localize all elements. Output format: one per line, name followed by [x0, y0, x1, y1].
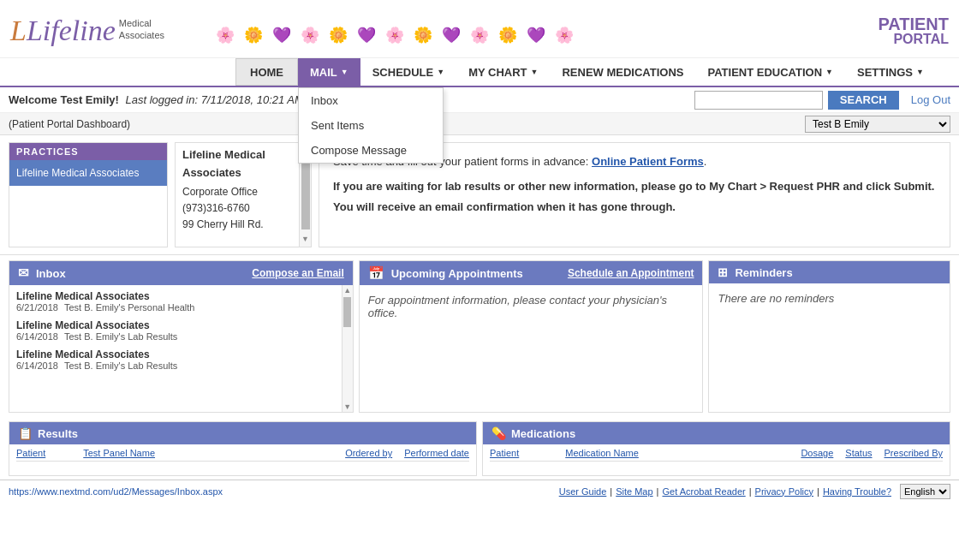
address-street: 99 Cherry Hill Rd. — [182, 217, 304, 233]
compose-email-link[interactable]: Compose an Email — [252, 267, 343, 279]
practices-item[interactable]: Lifeline Medical Associates — [9, 160, 167, 186]
search-input[interactable] — [694, 91, 823, 110]
footer-sep-2: | — [657, 486, 659, 497]
footer-language: English — [900, 484, 950, 499]
welcome-bar: Welcome Test Emily! Last logged in: 7/11… — [0, 87, 959, 113]
medications-panel-body: Patient Medication Name Dosage Status Pr… — [483, 444, 950, 465]
medications-icon: 💊 — [491, 426, 506, 440]
info-line2: If you are waiting for lab results or ot… — [333, 176, 936, 217]
med-col-patient[interactable]: Patient — [490, 448, 519, 458]
reminders-panel: ⊞ Reminders There are no reminders — [708, 260, 950, 413]
nav-patient-education[interactable]: PATIENT EDUCATION ▼ — [695, 58, 845, 86]
search-area: SEARCH — [694, 91, 899, 110]
org-name: Lifeline Medical Associates — [182, 146, 304, 182]
inbox-item-2[interactable]: Lifeline Medical Associates 6/14/2018 Te… — [16, 319, 346, 342]
footer-links: User Guide | Site Map | Get Acrobat Read… — [559, 484, 950, 499]
mail-dropdown: Inbox Sent Items Compose Message — [298, 87, 444, 164]
dashboard-label: (Patient Portal Dashboard) — [9, 118, 130, 130]
bottom-panels-row: 📋 Results Patient Test Panel Name Ordere… — [0, 418, 959, 480]
inbox-panel-header: ✉ Inbox Compose an Email — [9, 261, 353, 285]
med-col-name[interactable]: Medication Name — [565, 448, 639, 458]
panels-row: ✉ Inbox Compose an Email Lifeline Medica… — [0, 255, 959, 418]
footer-acrobat[interactable]: Get Acrobat Reader — [662, 486, 745, 497]
education-arrow-icon: ▼ — [825, 68, 833, 76]
inbox-item-1-detail: 6/21/2018 Test B. Emily's Personal Healt… — [16, 302, 346, 313]
med-col-prescribed[interactable]: Prescribed By — [885, 448, 943, 458]
inbox-panel-body: Lifeline Medical Associates 6/21/2018 Te… — [9, 285, 353, 412]
nav-settings[interactable]: SETTINGS ▼ — [845, 58, 936, 86]
footer-sep-1: | — [610, 486, 612, 497]
settings-arrow-icon: ▼ — [916, 68, 924, 76]
dashboard-bar: (Patient Portal Dashboard) Test B Emily — [0, 113, 959, 135]
nav-my-chart[interactable]: MY CHART ▼ — [456, 58, 550, 86]
nav-home[interactable]: HOME — [235, 58, 298, 86]
footer-site-map[interactable]: Site Map — [616, 486, 652, 497]
address-office: Corporate Office — [182, 184, 304, 200]
footer-user-guide[interactable]: User Guide — [559, 486, 607, 497]
appointments-panel: 📅 Upcoming Appointments Schedule an Appo… — [359, 260, 704, 413]
footer-privacy[interactable]: Privacy Policy — [755, 486, 813, 497]
logo-lifeline: LLifeline — [10, 16, 116, 45]
inbox-item-1-org: Lifeline Medical Associates — [16, 290, 346, 302]
calendar-icon: 📅 — [368, 265, 384, 281]
online-forms-link[interactable]: Online Patient Forms — [592, 155, 704, 168]
appointments-panel-body: For appointment information, please cont… — [360, 285, 703, 412]
practices-info: Lifeline Medical Associates Corporate Of… — [175, 142, 312, 247]
inbox-item-3[interactable]: Lifeline Medical Associates 6/14/2018 Te… — [16, 349, 346, 371]
reminders-icon: ⊞ — [718, 265, 728, 279]
scroll-down-arrow[interactable]: ▼ — [300, 231, 311, 247]
footer-sep-3: | — [749, 486, 752, 497]
results-col-patient[interactable]: Patient — [16, 448, 45, 458]
mail-arrow-icon: ▼ — [341, 68, 348, 76]
results-col-performed[interactable]: Performed date — [404, 448, 469, 458]
footer: https://www.nextmd.com/ud2/Messages/Inbo… — [0, 480, 959, 502]
scroll-thumb — [301, 160, 310, 229]
results-col-ordered[interactable]: Ordered by — [345, 448, 392, 458]
address-phone: (973)316-6760 — [182, 200, 304, 217]
schedule-appointment-link[interactable]: Schedule an Appointment — [568, 267, 694, 279]
med-col-status[interactable]: Status — [845, 448, 872, 458]
inbox-item-2-detail: 6/14/2018 Test B. Emily's Lab Results — [16, 331, 346, 342]
inbox-item-3-detail: 6/14/2018 Test B. Emily's Lab Results — [16, 360, 346, 371]
language-select[interactable]: English — [900, 484, 950, 499]
reminders-panel-header: ⊞ Reminders — [709, 261, 950, 283]
practices-panel: PRACTICES Lifeline Medical Associates — [9, 142, 168, 247]
med-col-dosage[interactable]: Dosage — [801, 448, 833, 458]
footer-trouble[interactable]: Having Trouble? — [823, 486, 891, 497]
patient-label: PATIENT — [878, 15, 949, 33]
results-panel-header: 📋 Results — [9, 422, 476, 444]
inbox-scroll-up[interactable]: ▲ — [342, 285, 352, 295]
inbox-scroll-down[interactable]: ▼ — [342, 402, 352, 412]
footer-url: https://www.nextmd.com/ud2/Messages/Inbo… — [9, 486, 223, 497]
search-button[interactable]: SEARCH — [828, 91, 899, 110]
inbox-item-3-org: Lifeline Medical Associates — [16, 349, 346, 360]
schedule-arrow-icon: ▼ — [437, 68, 444, 76]
results-panel: 📋 Results Patient Test Panel Name Ordere… — [9, 421, 477, 476]
inbox-item-1[interactable]: Lifeline Medical Associates 6/21/2018 Te… — [16, 290, 346, 313]
mail-sent-item[interactable]: Sent Items — [299, 113, 443, 138]
welcome-text: Welcome Test Emily! Last logged in: 7/11… — [9, 93, 304, 106]
results-icon: 📋 — [18, 426, 33, 440]
results-col-panel[interactable]: Test Panel Name — [83, 448, 155, 458]
medications-panel-header: 💊 Medications — [483, 422, 950, 444]
nav-bar: HOME MAIL ▼ Inbox Sent Items Compose Mes… — [0, 58, 959, 87]
nav-schedule[interactable]: SCHEDULE ▼ — [360, 58, 456, 86]
logo-subtitle: Medical Associates — [119, 17, 164, 45]
appointments-panel-header: 📅 Upcoming Appointments Schedule an Appo… — [360, 261, 703, 285]
medications-panel: 💊 Medications Patient Medication Name Do… — [482, 421, 950, 476]
inbox-item-2-org: Lifeline Medical Associates — [16, 319, 346, 331]
user-select[interactable]: Test B Emily — [805, 116, 950, 133]
inbox-scroll-thumb — [343, 297, 351, 327]
reminders-message: There are no reminders — [718, 292, 834, 305]
footer-sep-4: | — [817, 486, 819, 497]
logout-button[interactable]: Log Out — [911, 93, 950, 106]
header: LLifeline Medical Associates 🌸 🌼 💜 🌸 🌼 💜… — [0, 0, 959, 58]
mail-compose-item[interactable]: Compose Message — [299, 138, 443, 163]
appointments-message: For appointment information, please cont… — [368, 294, 667, 319]
logo-area: LLifeline Medical Associates — [10, 16, 207, 45]
practices-section: PRACTICES Lifeline Medical Associates Li… — [0, 135, 959, 255]
nav-mail[interactable]: MAIL ▼ Inbox Sent Items Compose Message — [298, 58, 360, 86]
reminders-panel-body: There are no reminders — [709, 283, 950, 412]
mail-inbox-item[interactable]: Inbox — [299, 88, 443, 113]
nav-renew-medications[interactable]: RENEW MEDICATIONS — [550, 58, 695, 86]
